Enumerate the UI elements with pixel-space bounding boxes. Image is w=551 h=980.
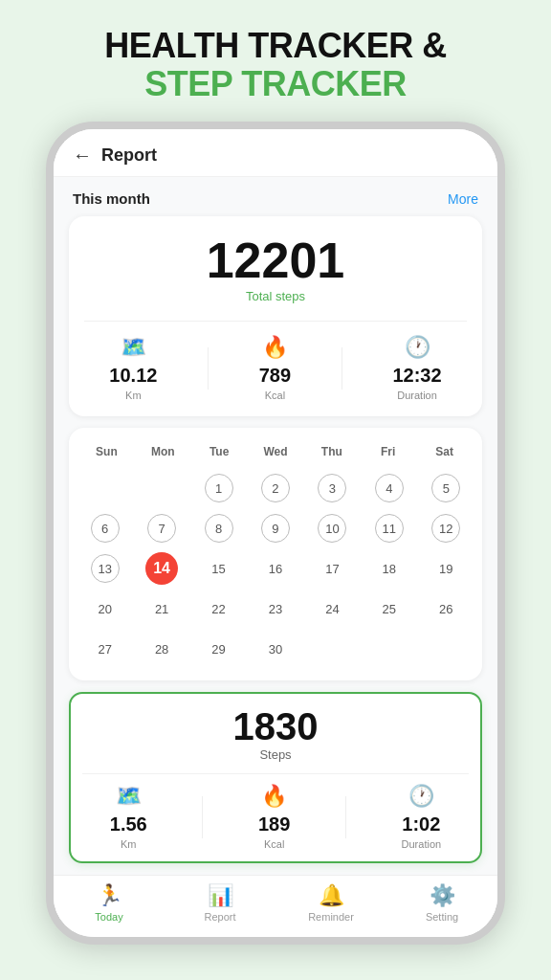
cal-day-19[interactable]: 19 — [420, 550, 473, 587]
popup-distance-unit: Km — [121, 838, 137, 850]
cal-day-11[interactable]: 11 — [363, 510, 415, 546]
nav-today[interactable]: 🏃 Today — [54, 883, 165, 925]
cal-day-20[interactable]: 20 — [78, 590, 131, 627]
day-mon: Mon — [135, 441, 191, 462]
cal-day-25[interactable]: 25 — [363, 590, 415, 627]
cal-day-28[interactable]: 28 — [135, 631, 187, 667]
app-title: HEALTH TRACKER & STEP TRACKER — [85, 0, 465, 122]
divider2 — [342, 347, 342, 390]
nav-setting[interactable]: ⚙️ Setting — [386, 883, 497, 925]
setting-label: Setting — [426, 911, 458, 923]
distance-icon: 🗺️ — [121, 335, 146, 360]
popup-duration-value: 1:02 — [402, 813, 440, 835]
cal-day-23[interactable]: 23 — [249, 590, 301, 627]
day-fri: Fri — [360, 441, 416, 462]
divider1 — [208, 347, 209, 390]
popup-calories-value: 189 — [258, 813, 290, 835]
cal-day-18[interactable]: 18 — [363, 550, 415, 587]
calories-icon: 🔥 — [262, 335, 288, 360]
total-steps-value: 12201 — [84, 235, 467, 285]
cal-day-9[interactable]: 9 — [249, 510, 301, 546]
report-icon: 📊 — [208, 883, 233, 908]
screen-header: ← Report — [54, 129, 497, 177]
cal-day-13[interactable]: 13 — [78, 550, 131, 587]
cal-day-16[interactable]: 16 — [249, 550, 301, 587]
total-steps-label: Total steps — [84, 289, 467, 303]
popup-divider1 — [202, 796, 203, 838]
main-content: This month More 12201 Total steps 🗺️ 10.… — [54, 177, 497, 875]
steps-card: 12201 Total steps 🗺️ 10.12 Km 🔥 789 Kcal — [69, 216, 482, 416]
clock-icon: 🕐 — [405, 335, 430, 360]
cal-day-7[interactable]: 7 — [135, 510, 187, 546]
section-label: This month — [73, 190, 150, 207]
calories-value: 789 — [259, 365, 291, 387]
title-line1: HEALTH TRACKER & — [104, 27, 446, 65]
cal-day-14-today[interactable]: 14 — [135, 550, 187, 587]
screen-title: Report — [101, 145, 157, 166]
section-header: This month More — [54, 177, 497, 216]
cal-day-30[interactable]: 30 — [249, 631, 301, 667]
calendar-grid: 1 2 3 4 5 6 7 8 9 10 11 12 13 14 15 — [78, 470, 473, 667]
cal-empty — [135, 470, 187, 506]
title-line2: STEP TRACKER — [104, 65, 446, 103]
calendar-header: Sun Mon Tue Wed Thu Fri Sat — [78, 441, 473, 462]
cal-day-8[interactable]: 8 — [192, 510, 245, 546]
cal-empty — [78, 470, 131, 506]
nav-report[interactable]: 📊 Report — [165, 883, 276, 925]
setting-icon: ⚙️ — [430, 883, 455, 908]
duration-value: 12:32 — [392, 365, 441, 387]
cal-day-21[interactable]: 21 — [135, 590, 187, 627]
cal-day-10[interactable]: 10 — [306, 510, 359, 546]
day-detail-popup: 1830 Steps 🗺️ 1.56 Km 🔥 189 Kcal — [69, 692, 482, 863]
report-label: Report — [204, 911, 235, 923]
cal-day-5[interactable]: 5 — [420, 470, 473, 506]
popup-steps-label: Steps — [82, 747, 469, 762]
phone-inner: ← Report This month More 12201 Total ste… — [54, 129, 497, 937]
more-link[interactable]: More — [448, 191, 478, 207]
cal-empty — [420, 631, 473, 667]
cal-day-6[interactable]: 6 — [78, 510, 131, 546]
duration-stat: 🕐 12:32 Duration — [392, 335, 441, 401]
popup-divider2 — [345, 796, 346, 838]
popup-steps-value: 1830 — [82, 707, 469, 746]
cal-day-12[interactable]: 12 — [420, 510, 473, 546]
popup-clock-icon: 🕐 — [408, 784, 434, 809]
popup-calories-unit: Kcal — [264, 838, 284, 850]
cal-day-27[interactable]: 27 — [78, 631, 131, 667]
cal-day-4[interactable]: 4 — [363, 470, 415, 506]
nav-reminder[interactable]: 🔔 Reminder — [276, 883, 386, 925]
popup-distance-stat: 🗺️ 1.56 Km — [110, 784, 147, 850]
popup-stats-row: 🗺️ 1.56 Km 🔥 189 Kcal 🕐 1:02 Durati — [82, 773, 469, 850]
phone-frame: ← Report This month More 12201 Total ste… — [46, 122, 505, 945]
cal-day-15[interactable]: 15 — [192, 550, 245, 587]
cal-day-22[interactable]: 22 — [192, 590, 245, 627]
day-thu: Thu — [303, 441, 360, 462]
calendar-card: Sun Mon Tue Wed Thu Fri Sat 1 2 3 4 5 — [69, 428, 482, 680]
today-label: Today — [95, 911, 122, 923]
distance-stat: 🗺️ 10.12 Km — [109, 335, 157, 401]
popup-distance-icon: 🗺️ — [116, 784, 142, 809]
cal-day-24[interactable]: 24 — [306, 590, 359, 627]
cal-day-26[interactable]: 26 — [420, 590, 473, 627]
day-tue: Tue — [191, 441, 248, 462]
duration-unit: Duration — [397, 390, 437, 401]
day-wed: Wed — [248, 441, 304, 462]
cal-empty — [306, 631, 359, 667]
cal-day-2[interactable]: 2 — [249, 470, 301, 506]
distance-unit: Km — [125, 390, 142, 401]
popup-calories-icon: 🔥 — [261, 784, 287, 809]
calories-unit: Kcal — [265, 390, 285, 401]
calories-stat: 🔥 789 Kcal — [259, 335, 291, 401]
cal-day-29[interactable]: 29 — [192, 631, 245, 667]
popup-duration-stat: 🕐 1:02 Duration — [402, 784, 442, 850]
cal-empty — [363, 631, 415, 667]
popup-duration-unit: Duration — [402, 838, 442, 850]
cal-day-1[interactable]: 1 — [192, 470, 245, 506]
cal-day-3[interactable]: 3 — [306, 470, 359, 506]
cal-day-17[interactable]: 17 — [306, 550, 359, 587]
popup-calories-stat: 🔥 189 Kcal — [258, 784, 290, 850]
day-sun: Sun — [78, 441, 135, 462]
reminder-label: Reminder — [308, 911, 354, 923]
stats-row: 🗺️ 10.12 Km 🔥 789 Kcal 🕐 — [84, 321, 467, 401]
back-button[interactable]: ← — [73, 145, 92, 167]
